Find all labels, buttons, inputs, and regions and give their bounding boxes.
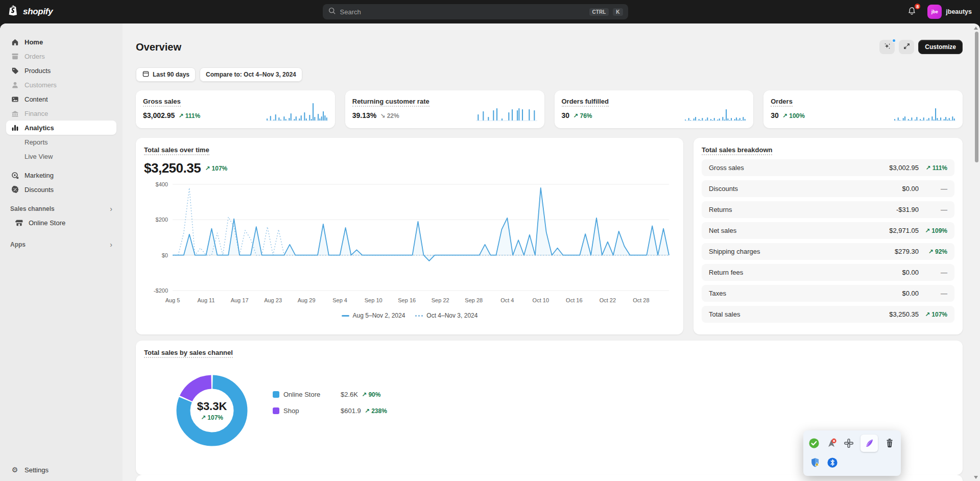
table-row[interactable]: Total sales$3,250.35↗ 107%: [702, 306, 954, 323]
scrollbar-down-arrow[interactable]: [974, 476, 978, 479]
solid-line-swatch: [342, 315, 349, 317]
svg-text:$400: $400: [156, 181, 168, 187]
svg-text:$0: $0: [162, 252, 168, 258]
trash-icon[interactable]: [884, 438, 895, 449]
highlighted-icon-slot[interactable]: [861, 435, 878, 452]
row-delta: —: [919, 269, 947, 276]
metric-link[interactable]: Orders fulfilled: [562, 98, 609, 107]
metric-value: $3,002.95: [143, 111, 175, 119]
sidebar-item-orders[interactable]: Orders: [6, 49, 116, 63]
sidebar-item-label: Orders: [25, 53, 45, 60]
sidebar-item-live-view[interactable]: Live View: [6, 149, 116, 163]
shop-swatch: [273, 407, 279, 414]
notifications-button[interactable]: 8: [904, 4, 919, 19]
metric-value: 39.13%: [352, 111, 376, 119]
sidebar-item-label: Finance: [25, 110, 48, 117]
metric-card-returning-customer-rate: Returning customer rate39.13%↘ 22%: [345, 90, 544, 128]
row-delta: —: [919, 290, 947, 297]
shopify-logo[interactable]: shopify: [8, 5, 53, 19]
row-label: Return fees: [709, 269, 902, 276]
sparkle-icon: [883, 42, 892, 52]
sales-by-channel-link[interactable]: Total sales by sales channel: [144, 349, 233, 358]
feather-icon[interactable]: [864, 438, 875, 449]
sidebar-item-marketing[interactable]: Marketing: [6, 168, 116, 182]
scrollbar-thumb[interactable]: [975, 32, 978, 162]
table-row[interactable]: Returns-$31.90—: [702, 201, 954, 218]
green-check-icon[interactable]: [808, 438, 820, 449]
channel-value: $2.6K: [341, 391, 358, 398]
svg-text:$200: $200: [156, 217, 168, 223]
sidebar-section-sales-channels[interactable]: Sales channels›: [6, 202, 116, 215]
shield-warning-icon[interactable]: [809, 457, 821, 468]
compare-label: Compare to: Oct 4–Nov 3, 2024: [206, 71, 296, 78]
x-axis-label: Sep 28: [465, 297, 483, 303]
sidebar-item-label: Analytics: [25, 124, 54, 132]
sidebar-item-settings[interactable]: ⚙ Settings: [6, 463, 116, 477]
date-range-chip[interactable]: Last 90 days: [136, 67, 196, 82]
row-delta: —: [919, 206, 947, 213]
home-icon: [10, 37, 19, 46]
up-arrow-icon: ↗: [573, 112, 578, 119]
channel-delta: ↗ 90%: [362, 391, 380, 398]
sidebar-item-products[interactable]: Products: [6, 63, 116, 78]
row-delta: —: [919, 185, 947, 193]
x-axis-label: Aug 23: [264, 297, 282, 303]
channel-label: Shop: [283, 407, 341, 415]
account-menu-button[interactable]: jbe jbeautys: [927, 5, 972, 19]
sidebar-item-home[interactable]: Home: [6, 35, 116, 49]
search-placeholder: Search: [340, 8, 585, 16]
table-row[interactable]: Discounts$0.00—: [702, 180, 954, 197]
search-input[interactable]: Search CTRL K: [323, 4, 628, 19]
content-icon: [10, 94, 19, 104]
legend-item[interactable]: Shop$601.9↗ 238%: [273, 407, 387, 415]
metric-value: 30: [771, 111, 779, 119]
metric-link[interactable]: Gross sales: [143, 98, 181, 107]
shopify-wordmark: shopify: [23, 7, 53, 17]
row-label: Taxes: [709, 290, 902, 297]
topbar: shopify Search CTRL K 8 jbe jbeautys: [0, 0, 980, 23]
metric-delta: ↗ 76%: [573, 112, 592, 119]
avatar: jbe: [927, 5, 942, 19]
bluetooth-icon[interactable]: [827, 457, 838, 468]
sidebar-item-label: Marketing: [25, 172, 54, 179]
calendar-icon: [142, 70, 150, 79]
table-row[interactable]: Taxes$0.00—: [702, 285, 954, 302]
metric-link[interactable]: Returning customer rate: [352, 98, 429, 107]
sidebar-item-finance[interactable]: Finance: [6, 106, 116, 121]
metric-sparkline: [476, 102, 537, 123]
metric-link[interactable]: Orders: [771, 98, 793, 107]
sidebar-item-label: Content: [25, 95, 48, 103]
sidebar-item-discounts[interactable]: Discounts: [6, 182, 116, 197]
table-row[interactable]: Shipping charges$279.30↗ 92%: [702, 243, 954, 260]
table-row[interactable]: Net sales$2,971.05↗ 109%: [702, 222, 954, 239]
sidebar-item-label: Online Store: [29, 219, 65, 227]
sidebar-item-label: Live View: [25, 153, 53, 160]
chart-legend: Aug 5–Nov 2, 2024Oct 4–Nov 3, 2024: [144, 312, 675, 319]
insights-button[interactable]: [879, 40, 895, 54]
sidebar-item-content[interactable]: Content: [6, 92, 116, 106]
x-axis-label: Oct 28: [633, 297, 649, 303]
sidebar-item-analytics[interactable]: Analytics: [6, 121, 116, 135]
compare-chip[interactable]: Compare to: Oct 4–Nov 3, 2024: [200, 67, 302, 82]
total-sales-breakdown-link[interactable]: Total sales breakdown: [702, 146, 772, 155]
total-sales-over-time-card: Total sales over time $3,250.35 ↗ 107% $…: [136, 138, 683, 334]
nav-arrow-error-icon[interactable]: [826, 438, 837, 449]
sidebar-item-online-store[interactable]: Online Store: [10, 215, 116, 230]
row-label: Net sales: [709, 227, 889, 234]
products-icon: [10, 66, 19, 75]
row-delta: ↗ 92%: [919, 248, 947, 255]
table-row[interactable]: Return fees$0.00—: [702, 264, 954, 281]
total-sales-over-time-link[interactable]: Total sales over time: [144, 146, 209, 155]
dotted-line-swatch: [415, 315, 423, 317]
expand-button[interactable]: [899, 40, 914, 54]
sidebar-item-reports[interactable]: Reports: [6, 135, 116, 149]
sidebar-item-customers[interactable]: Customers: [6, 78, 116, 92]
customize-button[interactable]: Customize: [918, 40, 963, 54]
scrollbar-up-arrow[interactable]: [974, 27, 978, 30]
legend-item[interactable]: Online Store$2.6K↗ 90%: [273, 391, 387, 398]
marketing-icon: [10, 171, 19, 180]
metric-delta: ↗ 111%: [178, 112, 200, 119]
sidebar-section-apps[interactable]: Apps›: [6, 238, 116, 251]
table-row[interactable]: Gross sales$3,002.95↗ 111%: [702, 159, 954, 176]
clover-icon[interactable]: [843, 438, 854, 449]
